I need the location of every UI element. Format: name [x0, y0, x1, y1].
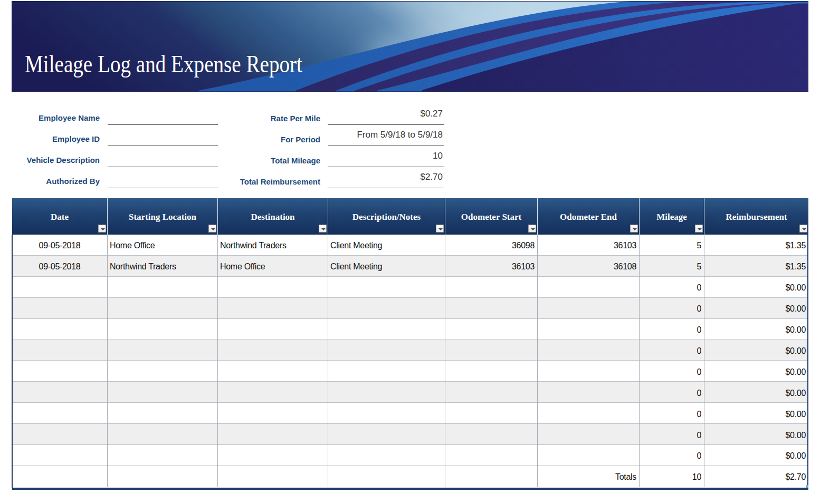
svg-text:Mileage Log and Expense Report: Mileage Log and Expense Report	[25, 51, 302, 77]
